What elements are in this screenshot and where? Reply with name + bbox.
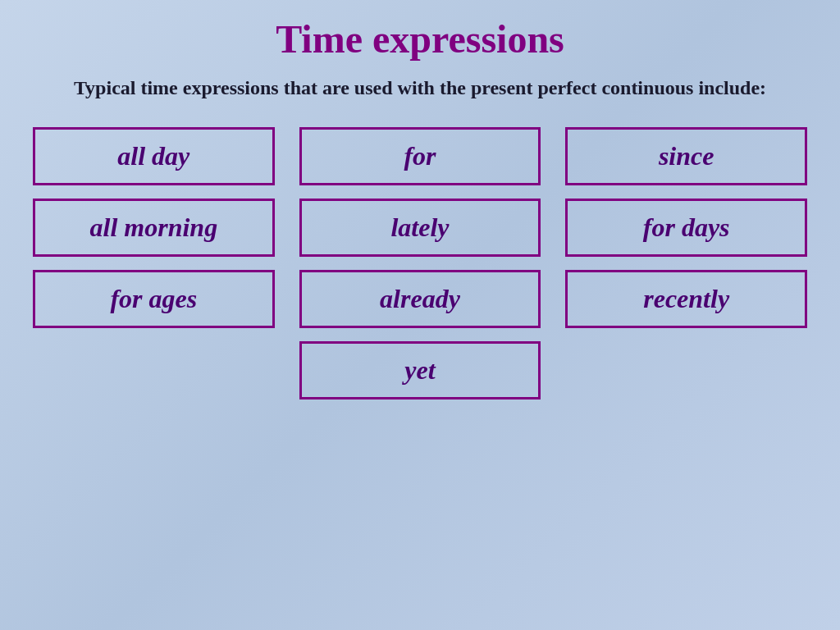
cards-grid: all day for since all morning lately for… (33, 127, 807, 399)
card-for-days-text: for days (643, 212, 730, 243)
card-for-ages: for ages (33, 270, 275, 328)
card-yet-text: yet (404, 355, 435, 386)
page-title: Time expressions (276, 16, 564, 62)
card-for-ages-text: for ages (110, 284, 197, 314)
card-yet: yet (299, 341, 541, 399)
card-all-morning-text: all morning (90, 212, 218, 243)
card-recently: recently (565, 270, 807, 328)
card-all-morning: all morning (33, 199, 275, 257)
card-for: for (299, 127, 541, 185)
card-all-day-text: all day (117, 141, 189, 171)
card-since: since (565, 127, 807, 185)
card-lately: lately (299, 199, 541, 257)
card-since-text: since (659, 141, 714, 171)
page-subtitle: Typical time expressions that are used w… (74, 75, 766, 103)
card-already: already (299, 270, 541, 328)
card-recently-text: recently (643, 284, 729, 314)
card-lately-text: lately (390, 212, 449, 243)
page: Time expressions Typical time expression… (0, 0, 840, 630)
card-already-text: already (380, 284, 460, 314)
card-for-text: for (404, 141, 436, 171)
card-all-day: all day (33, 127, 275, 185)
card-for-days: for days (565, 199, 807, 257)
